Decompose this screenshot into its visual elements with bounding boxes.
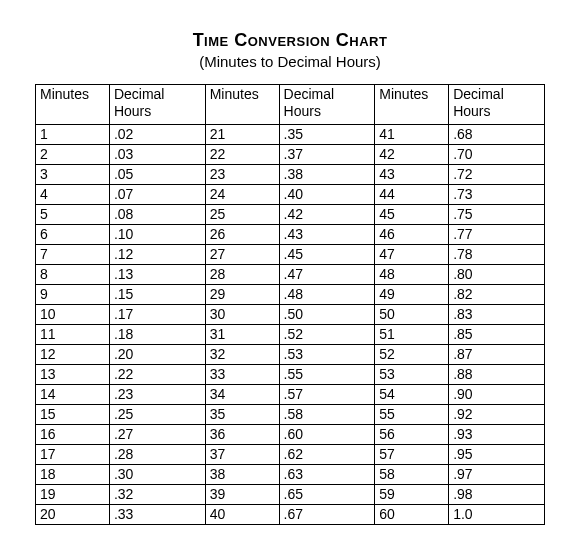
cell-minutes: 49 — [375, 285, 449, 305]
cell-decimal: .97 — [449, 465, 545, 485]
cell-minutes: 60 — [375, 505, 449, 525]
cell-minutes: 56 — [375, 425, 449, 445]
cell-minutes: 46 — [375, 225, 449, 245]
cell-minutes: 32 — [205, 345, 279, 365]
cell-minutes: 17 — [36, 445, 110, 465]
cell-decimal: .57 — [279, 385, 375, 405]
cell-decimal: .72 — [449, 165, 545, 185]
cell-decimal: .68 — [449, 125, 545, 145]
cell-decimal: .82 — [449, 285, 545, 305]
cell-decimal: .15 — [109, 285, 205, 305]
cell-decimal: .98 — [449, 485, 545, 505]
table-row: 4.0724.4044.73 — [36, 185, 545, 205]
cell-minutes: 16 — [36, 425, 110, 445]
cell-minutes: 7 — [36, 245, 110, 265]
cell-minutes: 5 — [36, 205, 110, 225]
table-row: 20.3340.67601.0 — [36, 505, 545, 525]
cell-minutes: 10 — [36, 305, 110, 325]
cell-minutes: 26 — [205, 225, 279, 245]
table-row: 3.0523.3843.72 — [36, 165, 545, 185]
cell-minutes: 31 — [205, 325, 279, 345]
cell-decimal: .07 — [109, 185, 205, 205]
cell-decimal: .37 — [279, 145, 375, 165]
table-row: 14.2334.5754.90 — [36, 385, 545, 405]
cell-decimal: .27 — [109, 425, 205, 445]
cell-decimal: .52 — [279, 325, 375, 345]
cell-decimal: .58 — [279, 405, 375, 425]
cell-decimal: .05 — [109, 165, 205, 185]
cell-decimal: .67 — [279, 505, 375, 525]
col-header-minutes: Minutes — [205, 85, 279, 125]
cell-minutes: 41 — [375, 125, 449, 145]
cell-decimal: .17 — [109, 305, 205, 325]
chart-subtitle: (Minutes to Decimal Hours) — [35, 53, 545, 70]
cell-decimal: .20 — [109, 345, 205, 365]
cell-minutes: 12 — [36, 345, 110, 365]
cell-minutes: 55 — [375, 405, 449, 425]
cell-decimal: .92 — [449, 405, 545, 425]
cell-minutes: 19 — [36, 485, 110, 505]
table-row: 7.1227.4547.78 — [36, 245, 545, 265]
cell-minutes: 44 — [375, 185, 449, 205]
table-row: 16.2736.6056.93 — [36, 425, 545, 445]
cell-minutes: 15 — [36, 405, 110, 425]
cell-decimal: .02 — [109, 125, 205, 145]
cell-minutes: 9 — [36, 285, 110, 305]
cell-decimal: .47 — [279, 265, 375, 285]
cell-decimal: 1.0 — [449, 505, 545, 525]
cell-minutes: 27 — [205, 245, 279, 265]
cell-decimal: .78 — [449, 245, 545, 265]
chart-title: Time Conversion Chart — [35, 30, 545, 51]
cell-decimal: .42 — [279, 205, 375, 225]
table-header-row: Minutes Decimal Hours Minutes Decimal Ho… — [36, 85, 545, 125]
cell-minutes: 36 — [205, 425, 279, 445]
cell-decimal: .12 — [109, 245, 205, 265]
cell-minutes: 22 — [205, 145, 279, 165]
cell-decimal: .73 — [449, 185, 545, 205]
table-row: 19.3239.6559.98 — [36, 485, 545, 505]
table-body: 1.0221.3541.682.0322.3742.703.0523.3843.… — [36, 125, 545, 525]
cell-decimal: .18 — [109, 325, 205, 345]
cell-minutes: 1 — [36, 125, 110, 145]
cell-minutes: 50 — [375, 305, 449, 325]
cell-decimal: .10 — [109, 225, 205, 245]
cell-minutes: 11 — [36, 325, 110, 345]
table-row: 17.2837.6257.95 — [36, 445, 545, 465]
col-header-decimal: Decimal Hours — [109, 85, 205, 125]
cell-decimal: .70 — [449, 145, 545, 165]
col-header-decimal: Decimal Hours — [449, 85, 545, 125]
cell-decimal: .32 — [109, 485, 205, 505]
cell-minutes: 39 — [205, 485, 279, 505]
cell-decimal: .28 — [109, 445, 205, 465]
cell-decimal: .48 — [279, 285, 375, 305]
cell-minutes: 24 — [205, 185, 279, 205]
cell-decimal: .83 — [449, 305, 545, 325]
table-row: 2.0322.3742.70 — [36, 145, 545, 165]
cell-decimal: .63 — [279, 465, 375, 485]
cell-minutes: 23 — [205, 165, 279, 185]
cell-minutes: 33 — [205, 365, 279, 385]
cell-minutes: 59 — [375, 485, 449, 505]
cell-minutes: 6 — [36, 225, 110, 245]
cell-minutes: 13 — [36, 365, 110, 385]
cell-minutes: 28 — [205, 265, 279, 285]
table-row: 6.1026.4346.77 — [36, 225, 545, 245]
cell-decimal: .03 — [109, 145, 205, 165]
cell-minutes: 3 — [36, 165, 110, 185]
col-header-minutes: Minutes — [375, 85, 449, 125]
cell-minutes: 53 — [375, 365, 449, 385]
table-row: 12.2032.5352.87 — [36, 345, 545, 365]
cell-minutes: 30 — [205, 305, 279, 325]
cell-decimal: .35 — [279, 125, 375, 145]
cell-decimal: .88 — [449, 365, 545, 385]
cell-decimal: .22 — [109, 365, 205, 385]
cell-minutes: 48 — [375, 265, 449, 285]
cell-minutes: 42 — [375, 145, 449, 165]
cell-minutes: 38 — [205, 465, 279, 485]
cell-decimal: .55 — [279, 365, 375, 385]
table-row: 9.1529.4849.82 — [36, 285, 545, 305]
cell-decimal: .80 — [449, 265, 545, 285]
table-row: 5.0825.4245.75 — [36, 205, 545, 225]
cell-minutes: 2 — [36, 145, 110, 165]
cell-decimal: .25 — [109, 405, 205, 425]
